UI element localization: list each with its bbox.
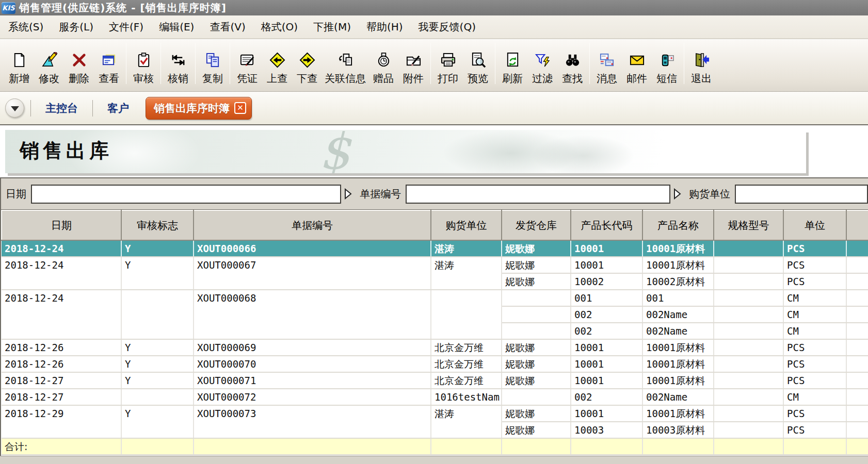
cell-audit-flag[interactable]	[121, 290, 194, 339]
cell-clipped[interactable]	[846, 240, 868, 257]
cell-date[interactable]: 2018-12-26	[2, 356, 121, 372]
cell-spec[interactable]	[714, 273, 783, 290]
table-row[interactable]: 2018-12-24YXOUT000067湛涛妮歌娜1000110001原材料P…	[2, 257, 868, 273]
down-query-button[interactable]: 下查	[292, 51, 322, 87]
column-header-customer[interactable]: 购货单位	[431, 210, 502, 240]
cell-clipped[interactable]	[846, 438, 868, 455]
cell-customer[interactable]: 北京金万维	[431, 356, 502, 372]
cell-product-name[interactable]: 10001原材料	[642, 240, 714, 257]
writeoff-button[interactable]: 核销	[163, 51, 193, 87]
cell-warehouse[interactable]	[502, 323, 571, 339]
cell-bill-no[interactable]: XOUT000069	[194, 339, 431, 356]
mail-button[interactable]: 邮件	[622, 51, 652, 87]
cell-clipped[interactable]	[846, 290, 868, 306]
cell-product-code[interactable]: 001	[571, 290, 642, 306]
cell-spec[interactable]	[714, 356, 783, 372]
preview-button[interactable]: 预览	[463, 51, 493, 87]
cell-audit-flag[interactable]: Y	[121, 257, 194, 290]
cell-bill-no[interactable]: XOUT000072	[194, 389, 431, 405]
cell-spec[interactable]	[714, 339, 783, 356]
cell-unit[interactable]: CM	[783, 389, 846, 405]
cell-customer[interactable]: 湛涛	[431, 240, 502, 257]
expand-arrow-icon[interactable]	[344, 188, 352, 200]
cell-clipped[interactable]	[846, 356, 868, 372]
customer-filter-input[interactable]	[735, 185, 868, 204]
cell-product-code[interactable]: 002	[571, 389, 642, 405]
cell-date[interactable]: 2018-12-24	[2, 290, 121, 339]
audit-button[interactable]: 审核	[128, 51, 158, 87]
tab-customer[interactable]: 客户	[99, 101, 137, 115]
tab-dropdown-button[interactable]	[5, 98, 24, 118]
cell-clipped[interactable]	[846, 372, 868, 389]
sms-button[interactable]: 短信	[652, 51, 682, 87]
cell-spec[interactable]	[714, 323, 783, 339]
cell-product-code[interactable]: 10003	[571, 422, 642, 438]
menu-help[interactable]: 帮助(H)	[366, 20, 403, 34]
table-row[interactable]: 2018-12-27YXOUT000071北京金万维妮歌娜1000110001原…	[2, 372, 868, 389]
find-button[interactable]: 查找	[557, 51, 587, 87]
view-button[interactable]: 查看	[94, 51, 124, 87]
cell-product-name[interactable]: 001	[642, 290, 714, 306]
cell-audit-flag[interactable]	[121, 389, 194, 405]
cell-product-name[interactable]	[642, 438, 714, 455]
cell-warehouse[interactable]: 妮歌娜	[502, 240, 571, 257]
cell-spec[interactable]	[714, 389, 783, 405]
cell-warehouse[interactable]: 妮歌娜	[502, 422, 571, 438]
gift-button[interactable]: 赠品	[368, 51, 398, 87]
cell-warehouse[interactable]: 妮歌娜	[502, 339, 571, 356]
cell-date[interactable]: 2018-12-27	[2, 389, 121, 405]
cell-product-name[interactable]: 10001原材料	[642, 356, 714, 372]
column-header-date[interactable]: 日期	[2, 210, 121, 240]
column-header-audit-flag[interactable]: 审核标志	[121, 210, 194, 240]
menu-system[interactable]: 系统(S)	[8, 20, 43, 34]
cell-clipped[interactable]	[846, 405, 868, 422]
cell-customer[interactable]: 1016testNam	[431, 389, 502, 405]
cell-unit[interactable]: CM	[783, 290, 846, 306]
refresh-button[interactable]: 刷新	[497, 51, 527, 87]
cell-product-code[interactable]: 10001	[571, 405, 642, 422]
column-header-warehouse[interactable]: 发货仓库	[502, 210, 571, 240]
cell-warehouse[interactable]: 妮歌娜	[502, 257, 571, 273]
cell-date[interactable]: 2018-12-27	[2, 372, 121, 389]
cell-product-name[interactable]: 10003原材料	[642, 422, 714, 438]
menu-service[interactable]: 服务(L)	[59, 20, 93, 34]
cell-product-code[interactable]: 10001	[571, 257, 642, 273]
delete-button[interactable]: 删除	[64, 51, 94, 87]
cell-clipped[interactable]	[846, 257, 868, 273]
cell-spec[interactable]	[714, 422, 783, 438]
cell-unit[interactable]: PCS	[783, 405, 846, 422]
cell-unit[interactable]: PCS	[783, 257, 846, 273]
cell-product-code[interactable]: 10001	[571, 372, 642, 389]
cell-product-code[interactable]: 002	[571, 323, 642, 339]
menu-edit[interactable]: 编辑(E)	[159, 20, 194, 34]
print-button[interactable]: 打印	[433, 51, 463, 87]
voucher-button[interactable]: 凭证	[232, 51, 262, 87]
cell-spec[interactable]	[714, 438, 783, 455]
cell-unit[interactable]: CM	[783, 323, 846, 339]
cell-customer[interactable]: 北京金万维	[431, 372, 502, 389]
cell-spec[interactable]	[714, 372, 783, 389]
cell-unit[interactable]: PCS	[783, 240, 846, 257]
cell-unit[interactable]: PCS	[783, 356, 846, 372]
cell-date[interactable]: 2018-12-26	[2, 339, 121, 356]
cell-clipped[interactable]	[846, 389, 868, 405]
table-row[interactable]: 2018-12-29YXOUT000073湛涛妮歌娜1000110001原材料P…	[2, 405, 868, 422]
cell-warehouse[interactable]	[502, 438, 571, 455]
column-header-product-name[interactable]: 产品名称	[642, 210, 714, 240]
cell-unit[interactable]	[783, 438, 846, 455]
table-row[interactable]: 2018-12-27XOUT0000721016testNam002002Nam…	[2, 389, 868, 405]
new-button[interactable]: 新增	[4, 51, 34, 87]
cell-spec[interactable]	[714, 257, 783, 273]
related-info-button[interactable]: 关联信息	[322, 51, 368, 87]
column-header-unit[interactable]: 单位	[783, 210, 846, 240]
cell-clipped[interactable]	[846, 422, 868, 438]
menu-file[interactable]: 文件(F)	[109, 20, 143, 34]
cell-date[interactable]: 2018-12-24	[2, 257, 121, 290]
cell-product-code[interactable]	[571, 438, 642, 455]
cell-total-label[interactable]: 合计:	[2, 438, 121, 455]
cell-product-name[interactable]: 10001原材料	[642, 257, 714, 273]
cell-clipped[interactable]	[846, 306, 868, 323]
cell-bill-no[interactable]	[194, 438, 431, 455]
tab-sales-outbound-journal[interactable]: 销售出库序时簿 ✕	[146, 97, 252, 120]
table-row[interactable]: 2018-12-26YXOUT000070北京金万维妮歌娜1000110001原…	[2, 356, 868, 372]
